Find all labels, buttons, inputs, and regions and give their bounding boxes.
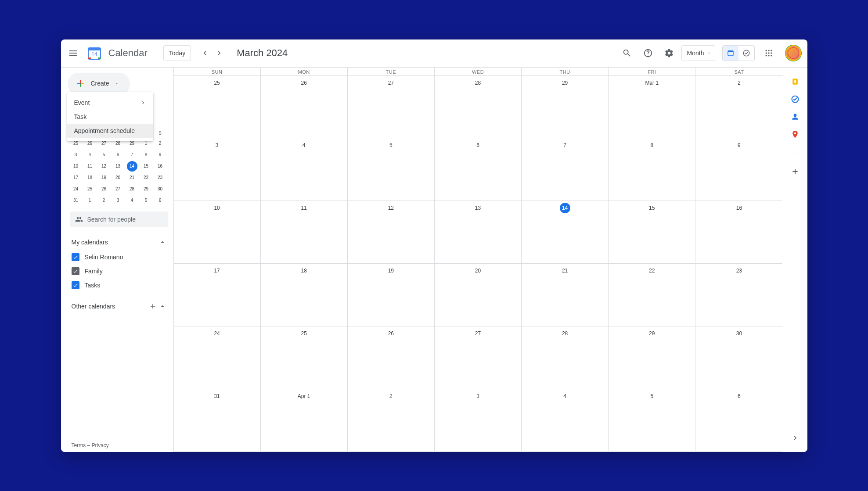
day-number[interactable]: 8 bbox=[647, 140, 657, 151]
side-panel-app-contacts[interactable] bbox=[786, 108, 804, 125]
day-number[interactable]: Mar 1 bbox=[610, 78, 693, 88]
mini-cal-day[interactable]: 2 bbox=[99, 195, 109, 206]
day-cell[interactable]: 27 bbox=[435, 326, 522, 389]
calendar-list-item[interactable]: Selin Romano bbox=[72, 251, 166, 263]
day-cell[interactable]: 4 bbox=[522, 389, 609, 452]
calendar-checkbox[interactable] bbox=[72, 253, 79, 261]
account-avatar[interactable] bbox=[786, 46, 800, 60]
day-cell[interactable]: 5 bbox=[348, 138, 435, 201]
calendar-checkbox[interactable] bbox=[72, 267, 79, 275]
mini-cal-day[interactable]: 1 bbox=[85, 195, 95, 206]
day-cell[interactable]: 21 bbox=[522, 264, 609, 326]
day-cell[interactable]: 30 bbox=[695, 326, 782, 389]
mini-cal-day[interactable]: 16 bbox=[155, 161, 166, 172]
day-number[interactable]: 27 bbox=[385, 78, 396, 88]
create-menu-event[interactable]: Event bbox=[67, 96, 153, 110]
day-cell[interactable]: 4 bbox=[261, 138, 348, 201]
day-number[interactable]: 17 bbox=[212, 265, 222, 276]
day-number[interactable]: 2 bbox=[385, 391, 396, 401]
day-cell[interactable]: 12 bbox=[348, 201, 435, 264]
side-panel-collapse-button[interactable] bbox=[786, 429, 804, 447]
mini-cal-day[interactable]: 7 bbox=[127, 150, 137, 160]
day-cell[interactable]: 23 bbox=[695, 264, 782, 326]
calendar-list-item[interactable]: Family bbox=[72, 265, 166, 277]
calendar-view-toggle[interactable] bbox=[723, 46, 738, 61]
help-button[interactable] bbox=[639, 44, 657, 62]
day-number[interactable]: 14 bbox=[560, 203, 570, 213]
day-number[interactable]: 11 bbox=[299, 203, 309, 213]
mini-cal-day[interactable]: 26 bbox=[99, 184, 109, 194]
day-number[interactable]: 6 bbox=[734, 391, 744, 401]
tasks-view-toggle[interactable] bbox=[738, 46, 754, 61]
side-panel-app-tasks[interactable] bbox=[786, 90, 804, 108]
mini-cal-day[interactable]: 23 bbox=[155, 172, 166, 183]
day-number[interactable]: Apr 1 bbox=[263, 391, 346, 401]
mini-cal-day[interactable]: 17 bbox=[71, 172, 81, 183]
my-calendars-header[interactable]: My calendars bbox=[72, 235, 166, 249]
mini-cal-day[interactable]: 13 bbox=[113, 161, 123, 172]
settings-button[interactable] bbox=[660, 44, 678, 62]
day-number[interactable]: 28 bbox=[472, 78, 483, 88]
mini-cal-day[interactable]: 22 bbox=[141, 172, 151, 183]
mini-cal-day[interactable]: 4 bbox=[127, 195, 137, 206]
day-number[interactable]: 31 bbox=[212, 391, 222, 401]
create-menu-appointment[interactable]: Appointment schedule bbox=[67, 124, 153, 138]
day-number[interactable]: 29 bbox=[647, 328, 657, 339]
day-cell[interactable]: 25 bbox=[261, 326, 348, 389]
day-number[interactable]: 29 bbox=[560, 78, 570, 88]
day-number[interactable]: 25 bbox=[299, 328, 309, 339]
day-number[interactable]: 3 bbox=[212, 140, 222, 151]
mini-cal-day[interactable]: 14 bbox=[127, 161, 137, 172]
day-number[interactable]: 22 bbox=[647, 265, 657, 276]
day-cell[interactable]: 9 bbox=[695, 138, 782, 201]
day-cell[interactable]: 26 bbox=[348, 326, 435, 389]
day-number[interactable]: 6 bbox=[472, 140, 483, 151]
mini-cal-day[interactable]: 5 bbox=[141, 195, 151, 206]
day-cell[interactable]: 29 bbox=[522, 76, 609, 139]
mini-cal-day[interactable]: 15 bbox=[141, 161, 151, 172]
day-number[interactable]: 16 bbox=[734, 203, 744, 213]
day-number[interactable]: 25 bbox=[212, 78, 222, 88]
day-cell[interactable]: 13 bbox=[435, 201, 522, 264]
day-number[interactable]: 30 bbox=[734, 328, 744, 339]
day-number[interactable]: 13 bbox=[472, 203, 483, 213]
day-number[interactable]: 5 bbox=[647, 391, 657, 401]
mini-cal-day[interactable]: 3 bbox=[113, 195, 123, 206]
mini-cal-day[interactable]: 12 bbox=[99, 161, 109, 172]
day-number[interactable]: 12 bbox=[385, 203, 396, 213]
day-cell[interactable]: Mar 1 bbox=[609, 76, 695, 139]
day-number[interactable]: 24 bbox=[212, 328, 222, 339]
day-cell[interactable]: 27 bbox=[348, 76, 435, 139]
day-cell[interactable]: 29 bbox=[609, 326, 695, 389]
day-cell[interactable]: 28 bbox=[522, 326, 609, 389]
day-number[interactable]: 5 bbox=[385, 140, 396, 151]
day-number[interactable]: 19 bbox=[385, 265, 396, 276]
day-cell[interactable]: 10 bbox=[174, 201, 261, 264]
day-cell[interactable]: 18 bbox=[261, 264, 348, 326]
day-number[interactable]: 28 bbox=[560, 328, 570, 339]
mini-cal-day[interactable]: 21 bbox=[127, 172, 137, 183]
day-number[interactable]: 27 bbox=[472, 328, 483, 339]
day-cell[interactable]: 5 bbox=[609, 389, 695, 452]
day-number[interactable]: 4 bbox=[560, 391, 570, 401]
mini-cal-day[interactable]: 25 bbox=[85, 184, 95, 194]
calendar-list-item[interactable]: Tasks bbox=[72, 279, 166, 291]
mini-cal-day[interactable]: 27 bbox=[113, 184, 123, 194]
mini-cal-day[interactable]: 28 bbox=[127, 184, 137, 194]
day-number[interactable]: 26 bbox=[299, 78, 309, 88]
day-cell[interactable]: 2 bbox=[348, 389, 435, 452]
day-number[interactable]: 7 bbox=[560, 140, 570, 151]
day-cell[interactable]: 31 bbox=[174, 389, 261, 452]
mini-cal-day[interactable]: 6 bbox=[113, 150, 123, 160]
day-cell[interactable]: 16 bbox=[695, 201, 782, 264]
mini-cal-day[interactable]: 10 bbox=[71, 161, 81, 172]
day-cell[interactable]: 7 bbox=[522, 138, 609, 201]
other-calendars-header[interactable]: Other calendars bbox=[72, 299, 166, 313]
plus-icon[interactable] bbox=[149, 302, 157, 310]
side-panel-app-maps[interactable] bbox=[786, 125, 804, 143]
day-cell[interactable]: 17 bbox=[174, 264, 261, 326]
mini-cal-day[interactable]: 18 bbox=[85, 172, 95, 183]
day-number[interactable]: 15 bbox=[647, 203, 657, 213]
today-button[interactable]: Today bbox=[163, 45, 191, 61]
day-cell[interactable]: 24 bbox=[174, 326, 261, 389]
